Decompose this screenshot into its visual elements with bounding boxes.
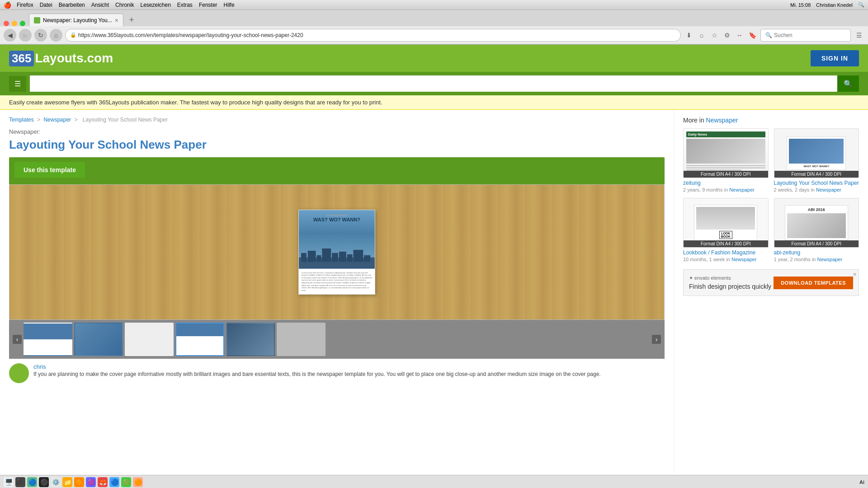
related-meta-link-abi[interactable]: Newspaper [817, 257, 843, 262]
format-badge-zeitung: Format DIN A4 / 300 DPI [684, 171, 768, 178]
preview-headline: WAS? WO? WANN? [299, 217, 375, 223]
tab-favicon [34, 17, 40, 23]
star-icon[interactable]: ☆ [709, 30, 720, 41]
related-title-school[interactable]: Layouting Your School News Paper [774, 180, 859, 186]
related-item-zeitung[interactable]: Daily News Format DIN A4 / 300 DPI zeitu… [683, 128, 769, 192]
thumbnail-3[interactable] [125, 323, 174, 356]
menu-hilfe[interactable]: Hilfe [224, 2, 235, 8]
ad-download-btn[interactable]: DOWNLOAD TEMPLATES [774, 277, 853, 289]
address-bar: ◀ ▶ ↻ ⌂ 🔒 https://www.365layouts.com/en/… [0, 26, 868, 44]
taskbar-icon-10[interactable]: 🔵 [109, 477, 119, 487]
url-bar[interactable]: 🔒 https://www.365layouts.com/en/template… [65, 29, 681, 42]
menu-lesezeichen[interactable]: Lesezeichen [140, 2, 170, 8]
breadcrumb-templates-link[interactable]: Templates [9, 117, 34, 123]
thumb-prev-btn[interactable]: ‹ [13, 335, 22, 344]
ad-close-btn[interactable]: ✕ [853, 272, 857, 277]
ad-text: Finish design projects quickly [689, 283, 771, 290]
ad-envato-label: ✦ envato elements [689, 275, 771, 281]
taskbar-icon-8[interactable]: 🟣 [86, 477, 96, 487]
related-title-abi[interactable]: abi-zeitung [774, 249, 859, 256]
download-icon[interactable]: ⬇ [684, 30, 694, 41]
related-item-lookbook[interactable]: LOOKBOOK Format DIN A4 / 300 DPI Lookboo… [683, 198, 769, 262]
menu-firefox[interactable]: Firefox [17, 2, 33, 8]
clock: Mi. 15:08 [790, 2, 811, 8]
breadcrumb-newspaper-link[interactable]: Newspaper [43, 117, 71, 123]
related-item-school[interactable]: WAS? WO? WANN? Format DIN A4 / 300 DPI L… [774, 128, 859, 192]
thumbnail-6[interactable] [277, 323, 326, 356]
site-search-input[interactable] [30, 75, 837, 92]
taskbar-finder[interactable]: 🖥️ [4, 477, 14, 487]
lookbook-inner: LOOKBOOK [694, 205, 757, 241]
thumbnail-2[interactable] [74, 323, 123, 356]
taskbar-icon-4[interactable]: ⚫ [39, 477, 49, 487]
sync-icon[interactable]: ↔ [734, 30, 745, 41]
menu-bearbeiten[interactable]: Bearbeiten [59, 2, 85, 8]
thumbnail-5[interactable] [226, 323, 275, 356]
author-section: chris If you are planning to make the co… [9, 363, 665, 383]
related-title-lookbook[interactable]: Lookbook / Fashion Magazine [683, 249, 769, 256]
hamburger-menu-btn[interactable]: ☰ [9, 76, 26, 92]
menu-datei[interactable]: Datei [40, 2, 52, 8]
menu-fenster[interactable]: Fenster [199, 2, 217, 8]
related-item-abi[interactable]: ABI 2016 Format DIN A4 / 300 DPI abi-zei… [774, 198, 859, 262]
search-icon-menu[interactable]: 🔍 [858, 2, 864, 8]
format-badge-lookbook: Format DIN A4 / 300 DPI [684, 240, 768, 247]
more-in-link[interactable]: Newspaper [706, 117, 738, 124]
menu-extras[interactable]: Extras [177, 2, 193, 8]
taskbar-icon-3[interactable]: 🔵 [27, 477, 37, 487]
back-btn[interactable]: ◀ [4, 29, 16, 42]
site-search-button[interactable]: 🔍 [837, 75, 859, 92]
taskbar-icon-11[interactable]: 🟢 [121, 477, 131, 487]
home-toolbar-icon[interactable]: ⌂ [696, 30, 707, 41]
search-input-ff[interactable] [774, 32, 846, 38]
maximize-window-btn[interactable] [20, 21, 25, 26]
ff-search-bar[interactable]: 🔍 [760, 29, 851, 42]
author-text: chris If you are planning to make the co… [33, 363, 601, 378]
minimize-window-btn[interactable] [12, 21, 17, 26]
menu-icon[interactable]: ☰ [854, 30, 864, 41]
taskbar-icon-12[interactable]: 🟠 [133, 477, 143, 487]
forward-btn[interactable]: ▶ [19, 29, 32, 42]
author-description: If you are planning to make the cover pa… [33, 370, 601, 378]
info-banner: Easily create awesome flyers with 365Lay… [0, 95, 868, 110]
abi-img [787, 213, 846, 238]
reload-btn[interactable]: ↻ [34, 29, 47, 42]
close-window-btn[interactable] [4, 21, 9, 26]
thumbnail-4[interactable] [175, 323, 224, 356]
related-thumb-zeitung: Daily News Format DIN A4 / 300 DPI [683, 128, 769, 178]
tab-close-btn[interactable]: × [115, 17, 118, 24]
related-title-zeitung[interactable]: zeitung [683, 180, 769, 186]
svg-rect-1 [301, 253, 307, 262]
taskbar-firefox[interactable]: 🦊 [98, 477, 108, 487]
new-tab-btn[interactable]: + [125, 14, 138, 26]
sign-in-button[interactable]: SIGN IN [811, 50, 859, 66]
page-title: Layouting Your School News Paper [9, 138, 665, 152]
search-input-wrap: 🔍 [30, 75, 859, 92]
taskbar-icon-7[interactable]: 🔶 [74, 477, 84, 487]
main-content: Templates > Newspaper > Layouting Your S… [0, 110, 868, 473]
taskbar-folder[interactable]: 📁 [62, 477, 72, 487]
menu-chronik[interactable]: Chronik [115, 2, 134, 8]
author-name-link[interactable]: chris [33, 363, 46, 370]
site-logo[interactable]: 365 Layouts.com [9, 51, 113, 66]
related-meta-link-lookbook[interactable]: Newspaper [731, 257, 757, 262]
home-btn[interactable]: ⌂ [50, 29, 62, 42]
thumb-next-btn[interactable]: › [652, 335, 661, 344]
related-meta-link-school[interactable]: Newspaper [816, 187, 841, 192]
menubar-right: Mi. 15:08 Christian Knedel 🔍 [790, 2, 864, 8]
thumbnail-1[interactable] [24, 323, 72, 356]
url-text: https://www.365layouts.com/en/templates/… [78, 32, 303, 38]
ad-left: ✦ envato elements Finish design projects… [689, 275, 771, 290]
svg-rect-9 [364, 255, 370, 262]
menu-ansicht[interactable]: Ansicht [91, 2, 109, 8]
lock-icon: 🔒 [70, 32, 76, 38]
use-template-button[interactable]: Use this template [14, 162, 85, 178]
apple-icon[interactable]: 🍎 [4, 1, 11, 9]
school-text: WAS? WO? WANN? [789, 165, 844, 168]
taskbar-terminal[interactable]: ⬛ [15, 477, 25, 487]
taskbar-settings[interactable]: ⚙️ [51, 477, 61, 487]
settings-icon[interactable]: ⚙ [722, 30, 732, 41]
bookmark-icon[interactable]: 🔖 [747, 30, 758, 41]
browser-tab[interactable]: Newspaper: Layouting You... × [29, 14, 123, 26]
related-meta-link-zeitung[interactable]: Newspaper [729, 187, 755, 192]
